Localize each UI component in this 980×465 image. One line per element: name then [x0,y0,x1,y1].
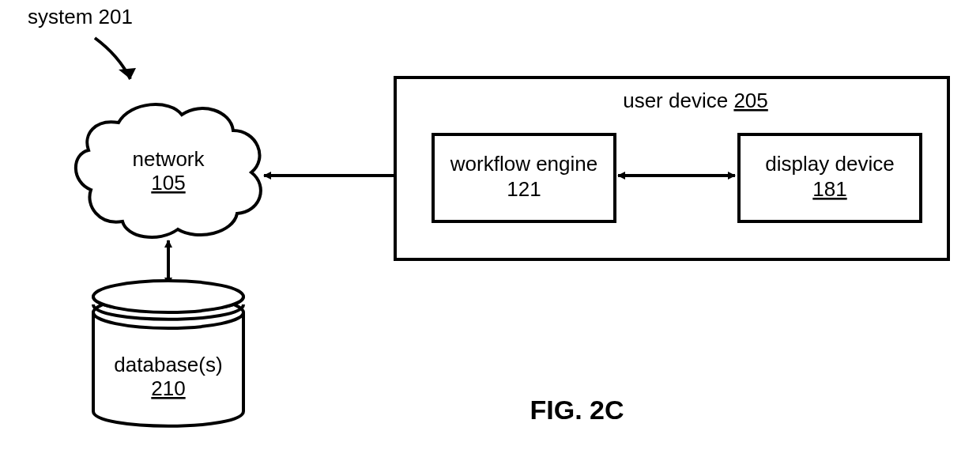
workflow-engine-box: workflow engine 121 [433,134,615,221]
display-device-label: display device [765,152,894,176]
svg-point-1 [93,281,243,312]
user-device-label: user device [623,89,728,112]
network-cloud: network 105 [76,104,261,237]
network-label: network [132,147,205,171]
workflow-engine-ref: 121 [507,177,541,201]
display-device-ref: 181 [812,177,846,201]
display-device-box: display device 181 [739,134,921,221]
figure-caption: FIG. 2C [530,395,624,425]
user-device-ref: 205 [733,89,767,112]
network-ref: 105 [151,171,185,195]
title-arrow [95,38,136,79]
system-title: system 201 [28,5,133,28]
svg-text:user device
       
      205: user device 205 [623,89,768,112]
database-cylinder: database(s) 210 [93,281,243,426]
database-label: database(s) [114,353,222,376]
diagram-canvas: system 201 network 105 database(s) 210 u… [0,0,980,465]
database-ref: 210 [151,376,185,400]
workflow-engine-label: workflow engine [450,152,597,176]
